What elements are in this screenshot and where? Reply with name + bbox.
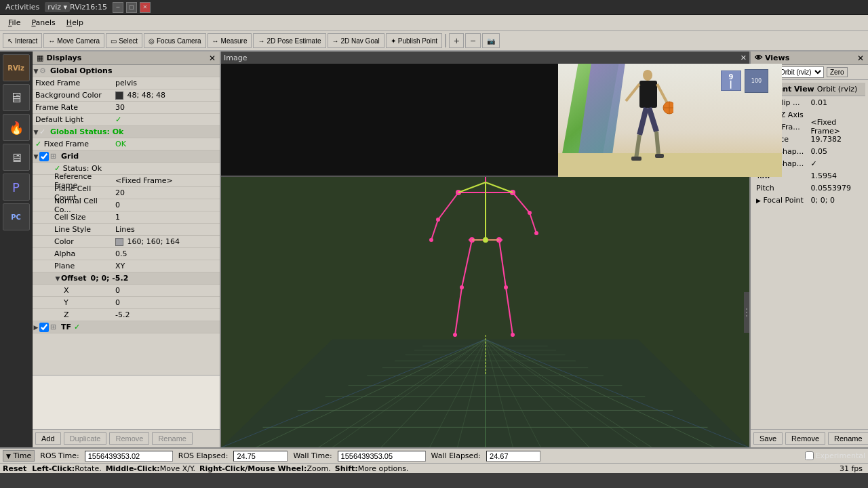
image-panel-close[interactable]: ✕ <box>741 54 747 62</box>
toolbar-plus-btn[interactable]: + <box>449 33 464 48</box>
pitch-label: Pitch <box>753 184 811 192</box>
ros-time-input[interactable] <box>85 451 173 462</box>
tf-section[interactable]: ▶ ⊞ TF ✓ <box>33 321 220 333</box>
frame-rate-label: Frame Rate <box>33 103 114 112</box>
frame-rate-value[interactable]: 30 <box>114 103 220 112</box>
offset-z-value[interactable]: -5.2 <box>114 310 220 319</box>
svg-line-44 <box>438 192 458 220</box>
topbar-title: RViz <box>70 3 85 12</box>
window-controls[interactable]: ─ □ ✕ <box>113 2 151 13</box>
pitch-row: Pitch 0.0553979 <box>753 182 865 194</box>
tf-icon: ⊞ <box>50 323 60 331</box>
taskbar-app2[interactable]: 🔥 <box>3 114 30 141</box>
color-value[interactable]: 160; 160; 164 <box>114 237 220 246</box>
taskbar-app3[interactable]: 🖥 <box>3 144 30 171</box>
svg-line-56 <box>462 240 472 287</box>
menu-panels[interactable]: Panels <box>26 17 60 28</box>
plane-row: Plane XY <box>33 260 220 272</box>
global-status-section[interactable]: ▼ ✓ Global Status: Ok <box>33 126 220 138</box>
rviz-indicator[interactable]: rviz ▾ <box>45 2 70 12</box>
reference-frame-value[interactable]: <Fixed Frame> <box>114 176 220 185</box>
cell-size-value[interactable]: 1 <box>114 213 220 222</box>
grid-color-swatch <box>115 238 123 246</box>
offset-y-value[interactable]: 0 <box>114 298 220 307</box>
nav-goal-button[interactable]: → 2D Nav Goal <box>328 33 384 48</box>
wall-elapsed-input[interactable] <box>486 451 540 462</box>
taskbar-rviz[interactable]: RViz <box>3 54 30 81</box>
color-label: Color <box>33 237 114 246</box>
experimental-checkbox[interactable] <box>805 451 814 460</box>
tf-checkbox[interactable] <box>39 323 49 332</box>
add-button[interactable]: Add <box>35 432 61 445</box>
move-camera-button[interactable]: ↔ Move Camera <box>43 33 104 48</box>
wall-time-input[interactable] <box>338 451 426 462</box>
duplicate-button[interactable]: Duplicate <box>64 432 107 445</box>
alpha-value[interactable]: 0.5 <box>114 249 220 258</box>
displays-scroll-area[interactable]: ▼ ⚙ Global Options Fixed Frame pelvis Ba… <box>33 65 220 375</box>
toolbar-minus-btn[interactable]: − <box>465 33 480 48</box>
window-maximize[interactable]: □ <box>126 2 137 13</box>
svg-line-2 <box>626 84 639 101</box>
global-options-section[interactable]: ▼ ⚙ Global Options <box>33 65 220 77</box>
reset-button[interactable]: Reset <box>3 464 26 473</box>
svg-line-9 <box>636 135 639 159</box>
focal-point-expand[interactable]: ▶ <box>756 197 761 204</box>
frame-rate-row: Frame Rate 30 <box>33 102 220 114</box>
target-frame-value: <Fixed Frame> <box>811 118 866 136</box>
toolbar-separator <box>445 34 446 47</box>
handle-dot <box>746 312 747 313</box>
grid-section[interactable]: ▼ ⊞ Grid <box>33 150 220 163</box>
displays-buttons: Add Duplicate Remove Rename <box>33 429 220 447</box>
grid-icon: ⊞ <box>50 152 60 161</box>
bg-color-swatch <box>115 92 123 100</box>
svg-line-10 <box>656 131 658 155</box>
taskbar-app4[interactable]: P <box>3 174 30 201</box>
interact-button[interactable]: ↖ Interact <box>3 33 42 48</box>
robot-skeleton <box>418 177 553 403</box>
views-rename-button[interactable]: Rename <box>828 432 868 445</box>
window-minimize[interactable]: ─ <box>113 2 123 13</box>
views-remove-button[interactable]: Remove <box>785 432 825 445</box>
time-row: ▼ Time ROS Time: ROS Elapsed: Wall Time:… <box>0 449 868 464</box>
svg-point-52 <box>534 231 538 235</box>
taskbar-app1[interactable]: 🖥 <box>3 84 30 111</box>
measure-button[interactable]: ↔ Measure <box>208 33 252 48</box>
fixed-frame-value[interactable]: pelvis <box>114 79 220 87</box>
camera-icon: 📷 <box>487 37 495 45</box>
remove-button[interactable]: Remove <box>109 432 149 445</box>
offset-x-value[interactable]: 0 <box>114 286 220 295</box>
shift-action: More options. <box>358 464 409 473</box>
default-light-value[interactable]: ✓ <box>114 115 220 124</box>
grid-expand-arrow: ▼ <box>33 153 39 160</box>
ros-elapsed-label: ROS Elapsed: <box>178 451 229 460</box>
activities-button[interactable]: Activities <box>5 3 39 12</box>
displays-close-button[interactable]: ✕ <box>209 54 216 63</box>
line-style-value[interactable]: Lines <box>114 225 220 234</box>
menu-file[interactable]: File <box>3 17 26 28</box>
normal-cell-value[interactable]: 0 <box>114 201 220 209</box>
viewport-resize-handle[interactable] <box>744 292 749 333</box>
offset-section[interactable]: ▼ Offset 0; 0; -5.2 <box>33 272 220 285</box>
ros-elapsed-input[interactable] <box>233 451 288 462</box>
views-type-select[interactable]: Orbit (rviz) <box>776 66 824 78</box>
menu-help[interactable]: Help <box>61 17 89 28</box>
views-zero-button[interactable]: Zero <box>827 67 848 77</box>
rename-button[interactable]: Rename <box>152 432 193 445</box>
taskbar-app5[interactable]: PC <box>3 203 30 230</box>
views-close-button[interactable]: ✕ <box>857 54 864 63</box>
grid-checkbox[interactable] <box>39 152 49 161</box>
toolbar-camera-btn[interactable]: 📷 <box>482 33 500 48</box>
publish-point-button[interactable]: ✦ Publish Point <box>386 33 442 48</box>
displays-panel: ▦ Displays ✕ ▼ ⚙ Global Options Fixed Fr… <box>33 52 221 447</box>
3d-viewport[interactable] <box>221 177 749 447</box>
experimental-check[interactable]: Experimental <box>805 451 865 460</box>
select-button[interactable]: ▭ Select <box>106 33 142 48</box>
views-save-button[interactable]: Save <box>753 432 783 445</box>
focus-camera-button[interactable]: ◎ Focus Camera <box>144 33 206 48</box>
window-close[interactable]: ✕ <box>140 2 151 13</box>
background-color-value[interactable]: 48; 48; 48 <box>114 91 220 100</box>
pose-estimate-button[interactable]: → 2D Pose Estimate <box>253 33 326 48</box>
right-click-label: Right-Click/Mouse Wheel: <box>199 464 307 473</box>
plane-value[interactable]: XY <box>114 262 220 270</box>
plane-cell-count-value[interactable]: 20 <box>114 188 220 197</box>
